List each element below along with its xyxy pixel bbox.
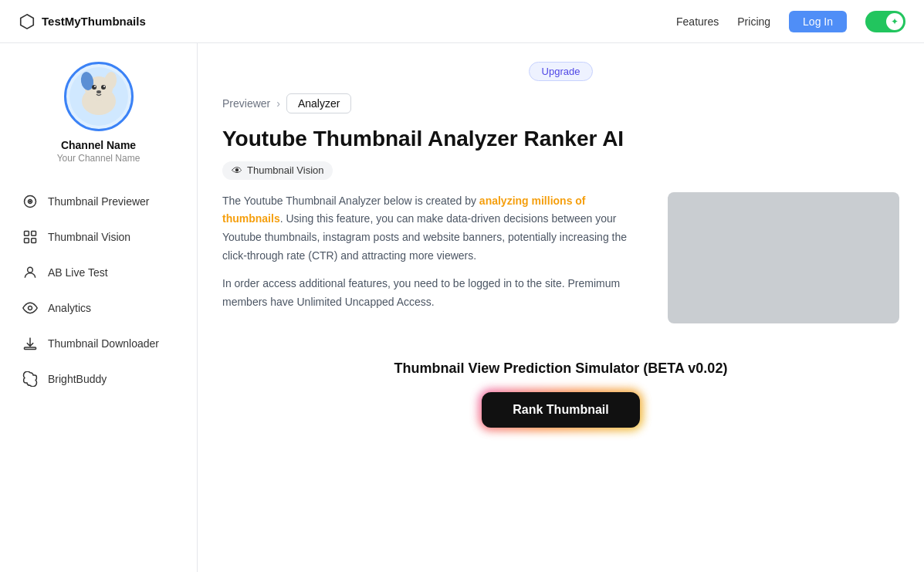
sidebar-item-analytics[interactable]: Analytics [12,292,184,324]
download-icon [22,335,39,352]
badge-label: Thumbnail Vision [247,164,323,176]
toggle-star-icon: ✦ [891,16,899,27]
sidebar-item-label: Thumbnail Vision [48,231,130,243]
sidebar-item-ab-live-test[interactable]: AB Live Test [12,256,184,289]
simulator-version: v0.02) [688,360,727,376]
svg-point-19 [29,306,32,310]
svg-point-9 [103,86,105,87]
toggle-knob: ✦ [886,13,903,30]
theme-toggle[interactable]: ✦ [865,11,905,32]
svg-point-7 [101,85,106,90]
pricing-link[interactable]: Pricing [737,15,770,28]
sidebar-item-thumbnail-previewer[interactable]: Thumbnail Previewer [12,185,184,218]
svg-point-8 [94,86,96,87]
svg-rect-16 [25,239,29,243]
content-text: The Youtube Thumbnail Analyzer below is … [222,192,643,323]
openai-icon [22,371,39,388]
upgrade-row: Upgrade [222,62,899,81]
logo[interactable]: TestMyThumbnails [19,13,146,30]
breadcrumb-current[interactable]: Analyzer [286,93,351,113]
description-part2: . Using this feature, you can make data-… [222,212,627,262]
simulator-title-text: Thumbnail View Prediction Simulator (BET… [394,360,685,376]
sidebar-item-label: Analytics [48,302,91,314]
grid-eye-icon [22,228,39,245]
badge-eye-icon: 👁 [232,164,242,177]
rank-button-wrap: Rank Thumbnail [482,392,639,428]
breadcrumb: Previewer › Analyzer [222,93,899,113]
features-link[interactable]: Features [676,15,719,28]
sidebar-item-thumbnail-vision[interactable]: Thumbnail Vision [12,221,184,253]
bottom-section: Thumbnail View Prediction Simulator (BET… [222,360,899,428]
upgrade-badge[interactable]: Upgrade [529,62,594,81]
description: The Youtube Thumbnail Analyzer below is … [222,192,643,312]
avatar [64,62,134,131]
channel-sub: Your Channel Name [12,153,184,164]
simulator-title: Thumbnail View Prediction Simulator (BET… [222,360,899,377]
page-title: Youtube Thumbnail Analyzer Ranker AI [222,126,899,152]
svg-rect-20 [25,347,36,350]
person-circle-icon [22,264,39,281]
svg-rect-15 [32,232,36,236]
breadcrumb-previewer[interactable]: Previewer [222,97,270,110]
login-button[interactable]: Log In [789,11,847,32]
eye-circle-icon [22,193,39,210]
svg-rect-14 [25,232,29,236]
rank-thumbnail-button[interactable]: Rank Thumbnail [482,392,639,428]
svg-point-10 [96,90,101,93]
svg-point-13 [29,201,31,202]
channel-info: Channel Name Your Channel Name [12,62,184,164]
svg-rect-17 [32,239,36,243]
sidebar-item-label: AB Live Test [48,266,108,279]
sidebar-item-label: BrightBuddy [48,373,107,385]
sidebar: Channel Name Your Channel Name Thumbnail… [0,43,198,572]
description-part1: The Youtube Thumbnail Analyzer below is … [222,195,479,207]
eye-icon [22,300,39,316]
logo-icon [19,13,36,30]
logo-text: TestMyThumbnails [42,15,146,28]
svg-marker-0 [21,14,34,28]
sidebar-item-label: Thumbnail Previewer [48,195,150,208]
breadcrumb-arrow-icon: › [276,97,280,110]
layout: Channel Name Your Channel Name Thumbnail… [0,43,924,572]
description-note: In order access additional features, you… [222,275,643,312]
channel-name: Channel Name [12,139,184,151]
thumbnail-vision-badge: 👁 Thumbnail Vision [222,161,333,180]
content-columns: The Youtube Thumbnail Analyzer below is … [222,192,899,323]
preview-image [668,192,899,323]
sidebar-item-brightbuddy[interactable]: BrightBuddy [12,363,184,395]
main-content: Upgrade Previewer › Analyzer Youtube Thu… [198,43,924,572]
header: TestMyThumbnails Features Pricing Log In… [0,0,924,43]
avatar-image [68,66,130,127]
svg-point-6 [92,85,96,90]
sidebar-item-thumbnail-downloader[interactable]: Thumbnail Downloader [12,327,184,360]
header-nav: Features Pricing Log In ✦ [676,11,905,32]
sidebar-item-label: Thumbnail Downloader [48,337,159,350]
svg-point-18 [28,267,33,272]
